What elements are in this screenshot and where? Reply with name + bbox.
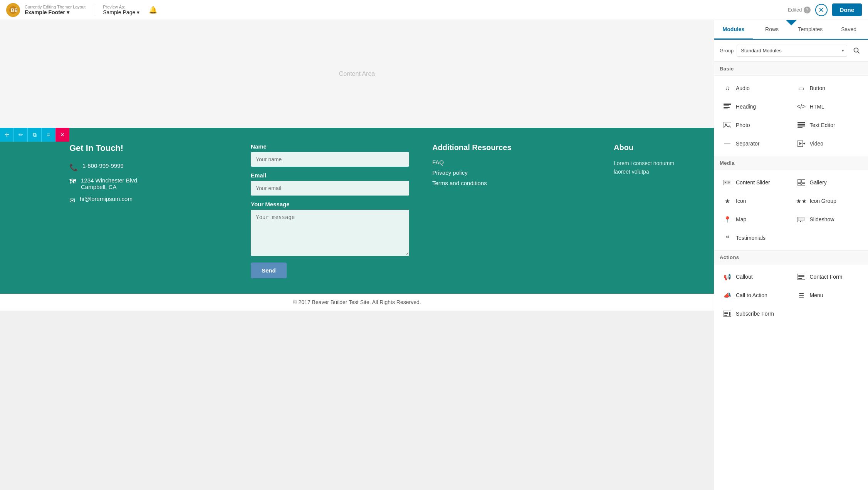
module-icon-group[interactable]: ★★ Icon Group <box>791 192 865 210</box>
filter-group-label: Group <box>720 48 734 54</box>
content-slider-icon <box>723 178 732 187</box>
contact-form-icon <box>797 272 806 281</box>
module-text-editor[interactable]: Text Editor <box>791 116 865 134</box>
module-icon[interactable]: ★ Icon <box>717 192 791 210</box>
section-actions-header: Actions <box>714 250 868 264</box>
section-basic-grid: ♫ Audio ▭ Button Heading </> HTML <box>714 76 868 156</box>
svg-rect-12 <box>797 125 805 127</box>
module-menu[interactable]: ☰ Menu <box>791 286 865 304</box>
toolbar-rows-btn[interactable]: ≡ <box>42 128 55 142</box>
topbar: BB Currently Editing Themer Layout Examp… <box>0 0 868 20</box>
footer-address: 🗺 1234 Winchester Blvd. Campbell, CA <box>69 177 228 190</box>
footer-link-terms[interactable]: Terms and conditions <box>432 180 591 186</box>
form-message-textarea[interactable] <box>251 210 409 256</box>
footer-link-faq[interactable]: FAQ <box>432 159 591 166</box>
form-email-input[interactable] <box>251 181 409 196</box>
module-callout[interactable]: 📢 Callout <box>717 268 791 286</box>
svg-rect-22 <box>802 179 805 183</box>
svg-rect-10 <box>797 122 805 123</box>
topbar-divider <box>95 4 95 16</box>
toolbar-move-btn[interactable]: ✛ <box>0 128 14 142</box>
close-button[interactable]: ✕ <box>815 4 828 16</box>
heading-icon <box>723 102 732 111</box>
module-call-to-action[interactable]: 📣 Call to Action <box>717 286 791 304</box>
topbar-editing-info: Currently Editing Themer Layout Example … <box>25 5 86 15</box>
footer-content: Get In Touch! 📞 1-800-999-9999 🗺 1234 Wi… <box>0 128 714 294</box>
editing-value[interactable]: Example Footer ▾ <box>25 9 86 15</box>
footer-about-title: Abou <box>614 143 691 152</box>
help-icon[interactable]: ? <box>804 7 811 13</box>
testimonials-icon: ❝ <box>723 233 732 242</box>
footer-link-privacy[interactable]: Privacy policy <box>432 169 591 176</box>
footer-toolbar: ✛ ✏ ⧉ ≡ ✕ <box>0 128 69 142</box>
module-contact-form-label: Contact Form <box>810 274 843 280</box>
module-content-slider[interactable]: Content Slider <box>717 173 791 192</box>
section-actions-grid: 📢 Callout Contact Form 📣 Call to Action … <box>714 264 868 326</box>
svg-rect-26 <box>798 217 804 221</box>
text-editor-icon <box>797 120 806 130</box>
module-testimonials[interactable]: ❝ Testimonials <box>717 229 791 247</box>
module-video[interactable]: Video <box>791 134 865 153</box>
toolbar-copy-btn[interactable]: ⧉ <box>28 128 42 142</box>
gallery-icon <box>797 178 806 187</box>
copyright-text: © 2017 Beaver Builder Test Site. All Rig… <box>293 299 421 305</box>
toolbar-edit-btn[interactable]: ✏ <box>14 128 28 142</box>
module-subscribe-form[interactable]: Subscribe Form <box>717 304 791 323</box>
svg-rect-28 <box>802 221 803 222</box>
footer-about-text: Lorem i consect nonumm laoreet volutpa <box>614 159 691 176</box>
preview-value[interactable]: Sample Page ▾ <box>103 9 139 15</box>
module-photo-label: Photo <box>736 122 750 128</box>
form-name-label: Name <box>251 143 409 150</box>
module-html-label: HTML <box>810 104 824 110</box>
filter-select[interactable]: Standard Modules WordPress Modules All M… <box>737 45 847 57</box>
form-submit-button[interactable]: Send <box>251 263 287 278</box>
separator-icon: — <box>723 139 732 148</box>
module-slideshow[interactable]: Slideshow <box>791 210 865 229</box>
audio-icon: ♫ <box>723 84 732 93</box>
callout-icon: 📢 <box>723 272 732 281</box>
svg-text:BB: BB <box>11 7 17 13</box>
footer-resources-title: Additional Resources <box>432 143 591 152</box>
video-icon <box>797 139 806 148</box>
svg-rect-31 <box>798 276 804 277</box>
footer-col-about: Abou Lorem i consect nonumm laoreet volu… <box>614 143 691 278</box>
done-button[interactable]: Done <box>832 3 862 16</box>
module-map[interactable]: 📍 Map <box>717 210 791 229</box>
module-heading[interactable]: Heading <box>717 97 791 116</box>
topbar-preview: Preview As: Sample Page ▾ <box>103 5 139 15</box>
preview-chevron-icon[interactable]: ▾ <box>137 9 139 15</box>
call-to-action-icon: 📣 <box>723 291 732 300</box>
svg-marker-16 <box>799 142 802 145</box>
module-contact-form[interactable]: Contact Form <box>791 268 865 286</box>
module-html[interactable]: </> HTML <box>791 97 865 116</box>
sidebar-filter: Group Standard Modules WordPress Modules… <box>714 40 868 62</box>
module-button[interactable]: ▭ Button <box>791 79 865 97</box>
form-name-input[interactable] <box>251 152 409 167</box>
svg-rect-8 <box>724 122 731 128</box>
edited-status: Edited ? <box>788 7 811 13</box>
svg-rect-7 <box>724 109 728 109</box>
tab-templates[interactable]: Templates <box>791 20 830 40</box>
notification-bell-icon[interactable]: 🔔 <box>149 6 157 14</box>
module-separator[interactable]: — Separator <box>717 134 791 153</box>
module-icon-group-label: Icon Group <box>810 198 836 204</box>
module-subscribe-form-label: Subscribe Form <box>736 311 774 317</box>
module-gallery[interactable]: Gallery <box>791 173 865 192</box>
tab-saved[interactable]: Saved <box>829 20 868 40</box>
slideshow-icon <box>797 215 806 224</box>
module-content-slider-label: Content Slider <box>736 179 770 186</box>
tab-modules[interactable]: Modules <box>714 20 753 40</box>
module-photo[interactable]: Photo <box>717 116 791 134</box>
editing-chevron-icon[interactable]: ▾ <box>67 9 69 15</box>
search-button[interactable] <box>850 44 863 57</box>
module-audio[interactable]: ♫ Audio <box>717 79 791 97</box>
svg-rect-24 <box>802 184 805 186</box>
module-callout-label: Callout <box>736 274 753 280</box>
module-testimonials-label: Testimonials <box>736 235 766 241</box>
toolbar-close-btn[interactable]: ✕ <box>55 128 69 142</box>
editing-label: Currently Editing Themer Layout <box>25 5 86 9</box>
email-icon: ✉ <box>69 196 75 205</box>
svg-marker-15 <box>803 142 805 145</box>
form-email-label: Email <box>251 172 409 179</box>
svg-rect-13 <box>797 127 803 129</box>
